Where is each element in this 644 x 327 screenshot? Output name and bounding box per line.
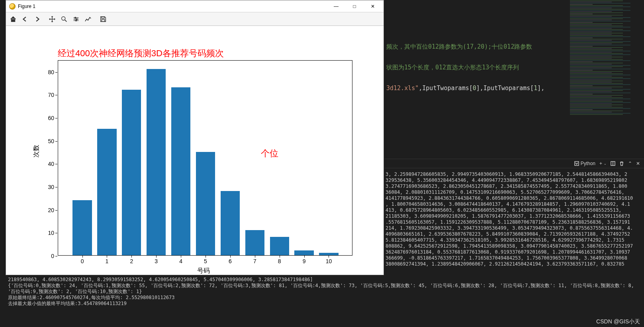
ytick: 80 (34, 69, 54, 75)
out-result-trimmed: 去掉最大最小值的最终平均结果:3.454789064113219 (8, 301, 127, 306)
trash-icon (619, 161, 624, 166)
svg-point-6 (76, 20, 77, 21)
bar-0 (72, 200, 92, 255)
ytick: 10 (34, 230, 54, 236)
xtick: 7 (243, 258, 267, 264)
ytick: 50 (34, 138, 54, 144)
bar-4 (171, 87, 190, 255)
terminal-split-button[interactable] (611, 161, 615, 166)
terminal-new-button[interactable]: +⌄ (599, 161, 607, 166)
forward-button[interactable] (31, 14, 43, 24)
terminal-close-button[interactable]: ✕ (636, 161, 640, 166)
split-icon (611, 161, 615, 166)
bar-9 (294, 250, 313, 255)
xtick: 10 (317, 258, 341, 264)
xtick: 4 (169, 258, 193, 264)
pan-button[interactable] (47, 14, 58, 24)
y-axis-label: 次数 (32, 145, 41, 158)
svg-rect-8 (102, 19, 104, 21)
terminal-kill-button[interactable] (619, 161, 624, 166)
terminal-output-lower[interactable]: 2189540863, 4.608530282974243, 8.2993059… (6, 275, 644, 316)
close-button[interactable]: ✕ (364, 0, 382, 12)
terminal-maximize-button[interactable]: ⌃ (628, 161, 632, 166)
save-button[interactable] (98, 14, 109, 24)
xtick: 9 (292, 258, 316, 264)
bar-2 (122, 90, 141, 255)
app-icon (9, 3, 16, 10)
svg-point-3 (62, 16, 65, 20)
bar-7 (245, 230, 264, 255)
bar-1 (97, 129, 116, 255)
watermark: CSDN @GIS小天 (596, 318, 640, 325)
out-dict: {'百位号码:0,预测次数': 24, '百位号码:1,预测次数': 55, '… (8, 283, 637, 294)
bar-6 (221, 191, 240, 255)
minimap[interactable] (568, 0, 644, 167)
minimize-button[interactable]: — (327, 0, 345, 12)
window-title: Figure 1 (18, 4, 327, 9)
svg-rect-7 (102, 16, 104, 18)
ytick: 30 (34, 184, 54, 190)
code-comment-1: 频次，其中百位012路参数为(17,20);十位012路参数 (386, 43, 532, 50)
bar-8 (270, 237, 289, 255)
ytick: 70 (34, 92, 54, 98)
code-comment-2: 状图为15个长度，012直选大小形态13个长度序列 (386, 64, 519, 71)
x-axis-label: 号码 (197, 267, 210, 275)
xtick: 5 (194, 258, 217, 264)
configure-button[interactable] (82, 14, 94, 24)
svg-point-4 (75, 17, 76, 18)
svg-rect-0 (575, 162, 579, 165)
ytick: 40 (34, 161, 54, 167)
xtick: 8 (268, 258, 292, 264)
gutter (0, 167, 6, 315)
ytick: 60 (34, 115, 54, 121)
xtick: 3 (144, 258, 168, 264)
code-lines: 频次，其中百位012路参数为(17,20);十位012路参数 状图为15个长度，… (386, 31, 564, 104)
title-bar[interactable]: Figure 1 — □ ✕ (6, 0, 384, 12)
terminal-header: Python +⌄ ⌃ ✕ (384, 159, 644, 168)
xtick: 0 (70, 258, 94, 264)
out-arrayline: 2189540863, 4.608530282974243, 8.2993059… (8, 277, 313, 282)
subplots-button[interactable] (70, 14, 82, 24)
xtick: 2 (119, 258, 143, 264)
ytick: 20 (34, 207, 54, 213)
code-string: 3d12.xls" (386, 85, 419, 92)
python-icon (574, 161, 579, 166)
bar-5 (196, 152, 215, 255)
bar-3 (147, 69, 166, 255)
chart-axes: 01234567891001020304050607080 (58, 60, 352, 256)
out-result-raw: 原始最终结果:2.460907545760274,每次均值平均: 2.55298… (8, 295, 175, 300)
xtick: 6 (218, 258, 242, 264)
home-button[interactable] (8, 14, 19, 24)
maximize-button[interactable]: □ (345, 0, 364, 12)
figure-window: Figure 1 — □ ✕ 经过400次神经网络预测3D各推荐号码频次 个位 … (6, 0, 384, 275)
ytick: 0 (34, 253, 54, 259)
chart-title: 经过400次神经网络预测3D各推荐号码频次 (58, 47, 224, 59)
plot-area: 经过400次神经网络预测3D各推荐号码频次 个位 次数 号码 012345678… (6, 26, 384, 275)
bar-10 (319, 253, 338, 255)
xtick: 1 (95, 258, 119, 264)
mpl-toolbar (6, 12, 384, 26)
svg-point-5 (76, 18, 77, 20)
terminal-lang-selector[interactable]: Python (574, 161, 595, 166)
back-button[interactable] (20, 14, 31, 24)
zoom-button[interactable] (59, 14, 70, 24)
